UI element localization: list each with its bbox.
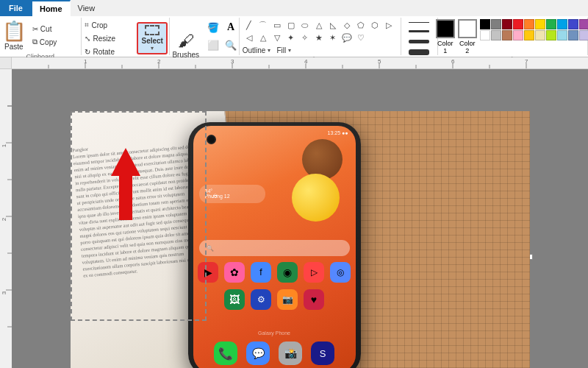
arrow-head-polygon	[111, 148, 140, 176]
ruler-vertical: 1 2 3	[0, 69, 12, 368]
crop-button[interactable]: ⌗ Crop	[82, 19, 134, 31]
color-2-group: Color 2	[458, 19, 477, 54]
shape-star5[interactable]: ★	[312, 32, 326, 43]
shape-star6[interactable]: ✶	[326, 32, 340, 43]
svg-text:2: 2	[1, 217, 7, 221]
cut-button[interactable]: ✂ Cut	[30, 23, 82, 35]
size-1px[interactable]	[409, 19, 429, 25]
shape-rtriangle[interactable]: ◺	[326, 19, 340, 31]
shape-hexagon[interactable]: ⬡	[368, 19, 381, 31]
swatch-red2[interactable]	[502, 19, 512, 29]
paste-button[interactable]: 📋 Paste	[0, 19, 29, 52]
shape-triangle[interactable]: △	[312, 19, 326, 31]
swatch-white[interactable]	[480, 30, 490, 40]
swatch-red1[interactable]	[513, 19, 523, 29]
group-colors: Color 1 Color 2	[438, 18, 588, 55]
canvas-image: Pangkor Lorem ipsum dolor sit amet conse…	[71, 111, 530, 368]
tab-view[interactable]: View	[71, 0, 104, 16]
phone-search-bar: 🔍	[199, 240, 350, 256]
swatch-black[interactable]	[480, 19, 490, 29]
copy-button[interactable]: ⧉ Copy	[30, 36, 82, 48]
group-image: ⌗ Crop ⤡ Resize ↻ Rotate Select ▾ Image	[82, 18, 170, 55]
shape-arrow-l[interactable]: ◁	[243, 32, 256, 43]
swatch-pink[interactable]	[513, 30, 523, 40]
swatch-lime[interactable]	[546, 30, 556, 40]
shape-4arrow[interactable]: ✦	[284, 32, 298, 43]
outline-button[interactable]: Outline ▾	[243, 46, 271, 54]
color-1-label: Color 1	[436, 40, 455, 54]
svg-text:1: 1	[1, 144, 7, 147]
group-tools: 🖌 Brushes 🪣 A ⬜ 🔍 🔎 Tools	[170, 18, 240, 55]
select-dropdown-arrow: ▾	[151, 45, 154, 52]
color-1-swatch[interactable]	[436, 19, 455, 38]
shape-line[interactable]: ╱	[243, 19, 256, 31]
swatch-cream[interactable]	[535, 30, 545, 40]
shape-diamond[interactable]: ◇	[340, 19, 354, 31]
red-arrow-svg	[107, 148, 144, 229]
shape-arrow-u[interactable]: △	[257, 32, 270, 43]
swatch-yellow[interactable]	[535, 19, 545, 29]
image-buttons: ⌗ Crop ⤡ Resize ↻ Rotate Select ▾	[82, 19, 167, 57]
shape-heart[interactable]: ♡	[354, 32, 368, 43]
swatch-lavender[interactable]	[579, 30, 588, 40]
crop-resize-rotate: ⌗ Crop ⤡ Resize ↻ Rotate	[82, 19, 134, 57]
swatch-blue[interactable]	[557, 19, 567, 29]
ruler-horizontal: // Draw ruler ticks	[12, 57, 588, 69]
dock-camera: 📸	[279, 342, 302, 365]
size-8px[interactable]	[409, 48, 429, 57]
ribbon-content: 📋 Paste ✂ Cut ⧉ Copy Clipboard	[0, 16, 588, 57]
ribbon-tabs: File Home View	[0, 0, 588, 16]
shape-callout[interactable]: 💬	[340, 32, 354, 43]
swatch-steel[interactable]	[568, 30, 578, 40]
swatch-orange[interactable]	[524, 19, 534, 29]
canvas-area[interactable]: Pangkor Lorem ipsum dolor sit amet conse…	[12, 69, 588, 368]
shapes-grid: ╱ ⌒ ▭ ▢ ⬭ △ ◺ ◇ ⬠ ⬡ ▷ ◁ △ ▽ ✦ ✧ ★ ✶ 💬 ♡	[243, 19, 398, 43]
eraser-tool-button[interactable]: ⬜	[205, 37, 221, 53]
app-camera: 📷	[277, 289, 298, 310]
swatch-lgray[interactable]	[491, 30, 501, 40]
fill-button[interactable]: Fill ▾	[276, 46, 291, 54]
color-2-swatch[interactable]	[458, 19, 477, 38]
shape-arrow-d[interactable]: ▽	[270, 32, 284, 43]
app-heart: ♥	[304, 289, 324, 310]
shape-star4[interactable]: ✧	[298, 32, 312, 43]
swatch-green[interactable]	[546, 19, 556, 29]
canvas-container: Pangkor Lorem ipsum dolor sit amet conse…	[71, 111, 530, 368]
size-2px[interactable]	[409, 27, 429, 35]
shapes-content: ╱ ⌒ ▭ ▢ ⬭ △ ◺ ◇ ⬠ ⬡ ▷ ◁ △ ▽ ✦ ✧ ★ ✶ 💬 ♡	[243, 19, 398, 54]
app-chrome: ◎	[330, 262, 351, 283]
swatch-brown[interactable]	[502, 30, 512, 40]
picker-tool-button[interactable]: 🔍	[223, 37, 239, 53]
swatch-dblue[interactable]	[568, 19, 578, 29]
shape-rect[interactable]: ▭	[270, 19, 284, 31]
dock-samsung: S	[311, 342, 334, 365]
text-tool-button[interactable]: A	[223, 19, 239, 35]
ruler-h-svg: // Draw ruler ticks	[12, 57, 588, 69]
shape-arrow-r[interactable]: ▷	[382, 19, 395, 31]
shape-roundrect[interactable]: ▢	[284, 19, 298, 31]
swatch-cyan[interactable]	[557, 30, 567, 40]
swatch-dgray[interactable]	[491, 19, 501, 29]
svg-text:2: 2	[157, 58, 161, 65]
tab-file[interactable]: File	[0, 0, 32, 16]
rotate-button[interactable]: ↻ Rotate	[82, 46, 134, 57]
fill-tool-button[interactable]: 🪣	[205, 19, 221, 35]
color-palette	[480, 19, 588, 40]
shape-ellipse[interactable]: ⬭	[298, 19, 312, 31]
tab-home[interactable]: Home	[32, 0, 71, 16]
select-button[interactable]: Select ▾	[137, 22, 167, 54]
phone-time: 13:25 ●●	[328, 130, 348, 135]
swatch-yellow2[interactable]	[524, 30, 534, 40]
phone-dock: 📞 💬 📸 S	[193, 342, 356, 365]
svg-rect-0	[12, 57, 588, 69]
resize-button[interactable]: ⤡ Resize	[82, 32, 134, 44]
shape-curve[interactable]: ⌒	[257, 19, 270, 31]
canvas-main-row: 1 2 3 Pangkor Lorem	[0, 69, 588, 368]
shape-pentagon[interactable]: ⬠	[354, 19, 368, 31]
size-4px[interactable]	[409, 37, 429, 46]
brushes-button[interactable]: 🖌 Brushes	[169, 29, 202, 61]
palette-row-1	[480, 19, 588, 29]
outline-dropdown: ▾	[268, 47, 270, 54]
swatch-purple[interactable]	[579, 19, 588, 29]
app-gallery: 🖼	[224, 289, 245, 310]
